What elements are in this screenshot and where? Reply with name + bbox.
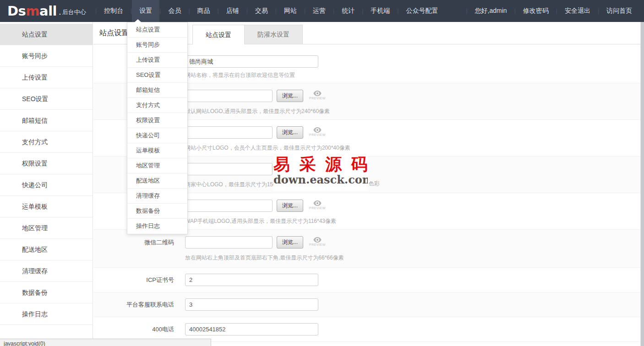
dropdown-item-支付方式[interactable]: 支付方式 [127,98,187,113]
watermark: 易 采 源 码 down.easck.com [273,154,368,191]
nav-item-商品[interactable]: 商品 [190,0,218,22]
logo-suffix: 后台中心 [62,8,86,16]
nav-item-统计[interactable]: 统计 [334,0,362,22]
dropdown-item-清理缓存[interactable]: 清理缓存 [127,189,187,204]
sidebar-item-配送地区[interactable]: 配送地区 [0,239,93,260]
wechat-qrcode-file-input[interactable] [185,236,273,249]
dropdown-item-权限设置[interactable]: 权限设置 [127,113,187,128]
dropdown-item-账号同步[interactable]: 账号同步 [127,38,187,53]
nav-item-会员[interactable]: 会员 [161,0,188,22]
field-label: 平台客服联系电话 [93,298,174,317]
nav-item-运营[interactable]: 运营 [306,0,333,22]
sidebar-item-地区管理[interactable]: 地区管理 [0,217,93,239]
phone-400-input[interactable] [185,323,318,335]
browse-button[interactable]: 浏览... [277,126,303,139]
input-line [185,163,640,175]
logo-accent-letter: m [26,3,39,19]
preview-label: PREVIEW [309,133,326,136]
browser-status-bubble: javascript:void(0) [0,339,211,346]
tab-站点设置[interactable]: 站点设置 [192,25,245,44]
dropdown-item-数据备份[interactable]: 数据备份 [127,204,187,219]
sidebar-item-支付方式[interactable]: 支付方式 [0,131,93,153]
sidebar-item-权限设置[interactable]: 权限设置 [0,153,93,174]
input-line [185,55,640,68]
preview-eye-icon[interactable]: PREVIEW [309,91,326,100]
dropdown-item-上传设置[interactable]: 上传设置 [127,53,187,68]
nav-item-您好,admin[interactable]: 您好,admin [468,0,514,22]
browse-button[interactable]: 浏览... [277,200,303,212]
sidebar-item-SEO设置[interactable]: SEO设置 [0,88,93,110]
sidebar-item-运单模板[interactable]: 运单模板 [0,196,93,217]
field-area [185,298,640,317]
site-logo-file-input[interactable] [185,90,273,102]
field-area [185,323,640,341]
tab-bar: 站点设置防灌水设置 [192,25,303,44]
field-area: 浏览...PREVIEW放在网站右上角顶部及首页底部右下角,最佳显示尺寸为66*… [185,236,640,267]
sidebar-item-清理缓存[interactable]: 清理缓存 [0,260,93,282]
field-label: ICP证书号 [93,274,174,292]
top-navbar: Dsmall . 后台中心 |控制台|设置|会员|商品|店铺|交易|网站|运营|… [0,0,644,22]
dropdown-item-操作日志[interactable]: 操作日志 [127,219,187,234]
nav-item-修改密码[interactable]: 修改密码 [516,0,556,22]
form-row: ICP证书号 [93,268,640,292]
nav-item-访问首页[interactable]: 访问首页 [599,0,639,22]
sidebar-item-站点设置[interactable]: 站点设置 [0,24,93,45]
dropdown-item-运单模板[interactable]: 运单模板 [127,143,187,158]
tab-防灌水设置[interactable]: 防灌水设置 [244,25,303,44]
field-help-text: WAP手机端LOGO,通用头部显示，最佳显示尺寸为116*43像素 [185,217,640,225]
field-help-text: 默认网站LOGO,通用头部显示，最佳显示尺寸为240*60像素 [185,108,640,115]
nav-item-控制台[interactable]: 控制台 [97,0,131,22]
preview-label: PREVIEW [309,243,326,246]
nav-item-店铺[interactable]: 店铺 [219,0,246,22]
nav-item-公众号配置[interactable]: 公众号配置 [398,0,445,22]
site-name-input[interactable] [185,55,318,68]
dropdown-item-站点设置[interactable]: 站点设置 [127,22,187,38]
field-area: 商家中心LOGO，最佳显示尺寸为150 [185,163,640,193]
preview-eye-icon[interactable]: PREVIEW [309,200,326,210]
nav-item-安全退出[interactable]: 安全退出 [557,0,598,22]
watermark-title: 易 采 源 码 [273,154,368,174]
seller-center-logo-file-input[interactable] [185,163,273,175]
nav-item-网站[interactable]: 网站 [277,0,304,22]
field-help-text: 商家中心LOGO，最佳显示尺寸为150 [185,181,640,189]
nav-item-手机端[interactable]: 手机端 [363,0,397,22]
watermark-domain: down.easck.com [273,174,368,185]
form-row: 微信二维码浏览...PREVIEW放在网站右上角顶部及首页底部右下角,最佳显示尺… [93,230,640,268]
field-area: 浏览...PREVIEW网站小尺寸LOGO，会员个人主页显示，最佳显示尺寸为20… [185,126,640,156]
form-row: 400电话 [93,317,640,342]
dropdown-item-SEO设置[interactable]: SEO设置 [127,68,187,83]
app-logo: Dsmall . 后台中心 [0,0,95,22]
sidebar-item-账号同步[interactable]: 账号同步 [0,45,93,67]
input-line [185,298,640,311]
small-logo-file-input[interactable] [185,126,273,139]
logo-dot: . [59,9,61,16]
browse-button[interactable]: 浏览... [277,90,303,102]
nav-item-设置[interactable]: 设置 [132,0,159,22]
main-menu: |控制台|设置|会员|商品|店铺|交易|网站|运营|统计|手机端|公众号配置 [95,0,445,22]
sidebar-item-快递公司[interactable]: 快递公司 [0,174,93,196]
browse-button[interactable]: 浏览... [277,236,303,249]
sidebar-item-操作日志[interactable]: 操作日志 [0,303,93,325]
preview-eye-icon[interactable]: PREVIEW [309,237,326,246]
dropdown-item-配送地区[interactable]: 配送地区 [127,173,187,189]
preview-label: PREVIEW [309,97,326,100]
input-line [185,274,640,286]
service-phone-input[interactable] [185,298,318,311]
input-line: 浏览...PREVIEW [185,126,640,139]
input-line [185,323,640,335]
sidebar-item-邮箱短信[interactable]: 邮箱短信 [0,110,93,131]
preview-label: PREVIEW [309,206,326,210]
preview-eye-icon[interactable]: PREVIEW [309,127,326,136]
dropdown-item-地区管理[interactable]: 地区管理 [127,158,187,173]
dropdown-item-快递公司[interactable]: 快递公司 [127,128,187,143]
sidebar: 站点设置账号同步上传设置SEO设置邮箱短信支付方式权限设置快递公司运单模板地区管… [0,22,93,346]
form-row: 平台客服联系电话 [93,292,640,317]
vertical-scrollbar[interactable] [640,22,644,346]
nav-item-交易[interactable]: 交易 [248,0,275,22]
dropdown-item-邮箱短信[interactable]: 邮箱短信 [127,83,187,98]
icp-number-input[interactable] [185,274,318,286]
sidebar-item-数据备份[interactable]: 数据备份 [0,282,93,303]
sidebar-item-上传设置[interactable]: 上传设置 [0,67,93,88]
user-menu: |您好,admin|修改密码|安全退出|访问首页 [466,0,644,22]
wap-logo-file-input[interactable] [185,200,273,212]
